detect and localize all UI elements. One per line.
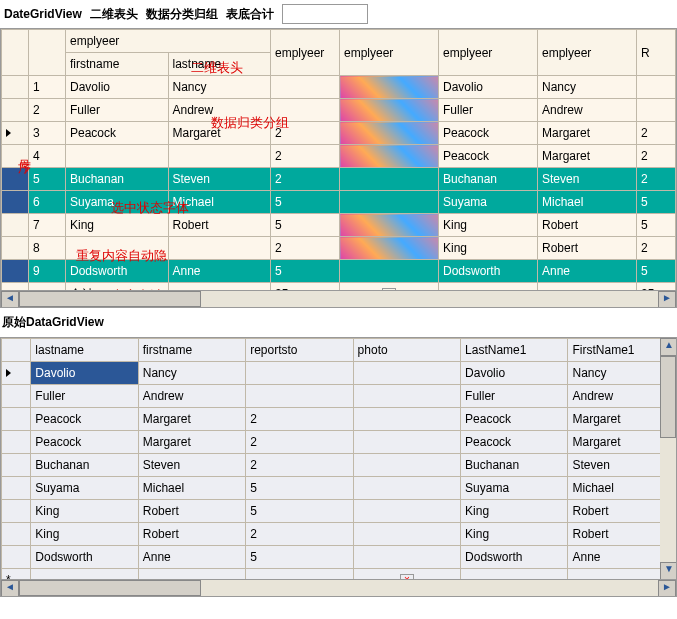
cell[interactable]: 5 xyxy=(246,500,353,523)
photo-cell[interactable] xyxy=(340,260,439,283)
photo-cell[interactable] xyxy=(353,454,460,477)
cell[interactable]: King xyxy=(31,500,138,523)
grid2[interactable]: lastname firstname reportsto photo LastN… xyxy=(1,338,676,592)
table-row[interactable]: DavolioNancyDavolioNancy xyxy=(2,362,676,385)
g1-hdr-ln[interactable]: lastname xyxy=(168,53,271,76)
cell-fn[interactable]: Suyama xyxy=(66,191,169,214)
scroll-right-icon[interactable]: ► xyxy=(658,291,676,308)
g1-hdr-grp[interactable]: emplyeer xyxy=(66,30,271,53)
title-input[interactable] xyxy=(282,4,368,24)
cell-ln[interactable]: Steven xyxy=(168,168,271,191)
cell[interactable]: Davolio xyxy=(31,362,138,385)
cell[interactable]: 2 xyxy=(246,454,353,477)
cell[interactable]: Michael xyxy=(138,477,245,500)
cell[interactable]: Robert xyxy=(138,500,245,523)
cell-e3[interactable]: Margaret xyxy=(538,145,637,168)
g2-vscroll[interactable]: ▲ ▼ xyxy=(660,338,676,580)
photo-cell[interactable] xyxy=(353,500,460,523)
g2-hscroll[interactable]: ◄ ► xyxy=(1,579,676,596)
cell-r[interactable]: 5 xyxy=(637,260,676,283)
grid1[interactable]: emplyeer emplyeer emplyeer emplyeer empl… xyxy=(1,29,676,306)
g2-h5[interactable]: LastName1 xyxy=(461,339,568,362)
cell-ln[interactable]: Margaret xyxy=(168,122,271,145)
table-row[interactable]: DodsworthAnne5DodsworthAnne xyxy=(2,546,676,569)
cell[interactable]: Davolio xyxy=(461,362,568,385)
cell[interactable]: King xyxy=(31,523,138,546)
photo-cell[interactable] xyxy=(353,431,460,454)
cell-r[interactable] xyxy=(637,76,676,99)
cell[interactable]: Peacock xyxy=(31,408,138,431)
cell-e3[interactable]: Robert xyxy=(538,237,637,260)
photo-cell[interactable] xyxy=(340,214,439,237)
table-row[interactable]: PeacockMargaret2PeacockMargaret xyxy=(2,408,676,431)
cell[interactable]: Margaret xyxy=(138,408,245,431)
scroll-up-icon[interactable]: ▲ xyxy=(660,338,677,356)
g1-hdr-e4[interactable]: emplyeer xyxy=(538,30,637,76)
cell-e2[interactable]: Buchanan xyxy=(439,168,538,191)
table-row[interactable]: 9DodsworthAnne5DodsworthAnne5 xyxy=(2,260,676,283)
cell[interactable]: Buchanan xyxy=(461,454,568,477)
photo-cell[interactable] xyxy=(340,168,439,191)
table-row[interactable]: 6SuyamaMichael5SuyamaMichael5 xyxy=(2,191,676,214)
photo-cell[interactable] xyxy=(353,523,460,546)
cell-fn[interactable]: King xyxy=(66,214,169,237)
cell-fn[interactable] xyxy=(66,237,169,260)
g1-hdr-e1[interactable]: emplyeer xyxy=(271,30,340,76)
cell[interactable]: 5 xyxy=(246,546,353,569)
photo-cell[interactable] xyxy=(353,408,460,431)
cell-ln[interactable]: Andrew xyxy=(168,99,271,122)
cell-e1[interactable]: 5 xyxy=(271,214,340,237)
cell-r[interactable]: 2 xyxy=(637,237,676,260)
photo-cell[interactable] xyxy=(353,477,460,500)
cell[interactable]: King xyxy=(461,500,568,523)
cell[interactable]: Anne xyxy=(138,546,245,569)
cell-e1[interactable]: 2 xyxy=(271,168,340,191)
cell-ln[interactable]: Nancy xyxy=(168,76,271,99)
cell-fn[interactable]: Fuller xyxy=(66,99,169,122)
g2-h4[interactable]: photo xyxy=(353,339,460,362)
g2-h1[interactable]: lastname xyxy=(31,339,138,362)
cell-r[interactable]: 2 xyxy=(637,168,676,191)
cell[interactable]: Nancy xyxy=(138,362,245,385)
cell-e2[interactable]: King xyxy=(439,214,538,237)
g1-hdr-fn[interactable]: firstname xyxy=(66,53,169,76)
cell[interactable]: 5 xyxy=(246,477,353,500)
cell[interactable]: King xyxy=(461,523,568,546)
cell[interactable]: Peacock xyxy=(31,431,138,454)
cell-e1[interactable] xyxy=(271,76,340,99)
cell[interactable] xyxy=(246,362,353,385)
g1-hdr-r[interactable]: R xyxy=(637,30,676,76)
photo-cell[interactable] xyxy=(353,546,460,569)
cell-e3[interactable]: Robert xyxy=(538,214,637,237)
cell[interactable]: Fuller xyxy=(31,385,138,408)
cell-e3[interactable]: Margaret xyxy=(538,122,637,145)
cell[interactable]: 2 xyxy=(246,408,353,431)
g1-hdr-e3[interactable]: emplyeer xyxy=(439,30,538,76)
cell-ln[interactable] xyxy=(168,237,271,260)
table-row[interactable]: KingRobert5KingRobert xyxy=(2,500,676,523)
cell-ln[interactable]: Robert xyxy=(168,214,271,237)
table-row[interactable]: 2FullerAndrewFullerAndrew xyxy=(2,99,676,122)
cell-r[interactable]: 2 xyxy=(637,122,676,145)
photo-cell[interactable] xyxy=(353,385,460,408)
cell-fn[interactable]: Peacock xyxy=(66,122,169,145)
cell[interactable]: Buchanan xyxy=(31,454,138,477)
scroll-thumb-v[interactable] xyxy=(660,356,676,438)
cell-e2[interactable]: Suyama xyxy=(439,191,538,214)
cell-e1[interactable]: 2 xyxy=(271,122,340,145)
scroll-thumb[interactable] xyxy=(19,291,201,307)
table-row[interactable]: BuchananSteven2BuchananSteven xyxy=(2,454,676,477)
g2-h2[interactable]: firstname xyxy=(138,339,245,362)
cell[interactable]: Dodsworth xyxy=(461,546,568,569)
cell-e1[interactable] xyxy=(271,99,340,122)
cell[interactable]: Suyama xyxy=(31,477,138,500)
cell-fn[interactable] xyxy=(66,145,169,168)
table-row[interactable]: SuyamaMichael5SuyamaMichael xyxy=(2,477,676,500)
g1-hdr-e2[interactable]: emplyeer xyxy=(340,30,439,76)
cell-e3[interactable]: Nancy xyxy=(538,76,637,99)
table-row[interactable]: 5BuchananSteven2BuchananSteven2 xyxy=(2,168,676,191)
table-row[interactable]: 3PeacockMargaret2PeacockMargaret2 xyxy=(2,122,676,145)
cell-e1[interactable]: 5 xyxy=(271,191,340,214)
cell-ln[interactable]: Anne xyxy=(168,260,271,283)
cell-r[interactable] xyxy=(637,99,676,122)
